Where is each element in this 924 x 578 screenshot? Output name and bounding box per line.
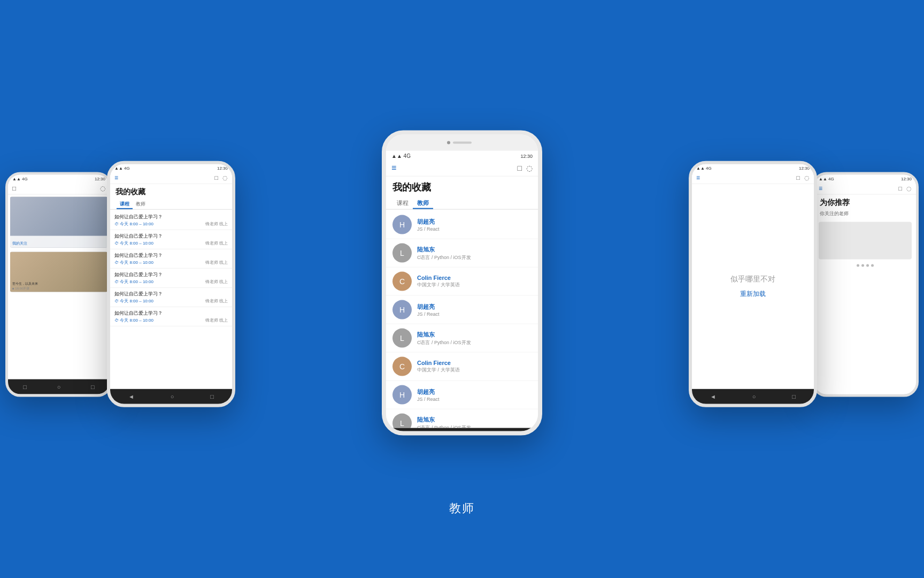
front-camera [447,141,450,144]
tab-bar-left: 课程 教师 [110,199,232,210]
teacher-subject: C语言 / Python / iOS开发 [417,339,532,346]
teacher-avatar: H [392,385,412,405]
header-far-right: ≡ □ ◌ [814,182,916,195]
recents-icon-right[interactable]: □ [792,393,796,400]
teacher-name: 陆旭东 [417,330,532,338]
course-item[interactable]: 如何让自己爱上学习？ ⏱ 今天 8:00 – 10:00 锋老师 线上 [110,269,232,288]
my-follow-label: 我的关注 [10,236,107,248]
back-icon-right[interactable]: ◄ [710,393,716,400]
teacher-name: Colin Fierce [417,275,532,281]
thumb-image-2: 世今生，以及未来 ■ 16:00开课 [10,252,107,292]
signal-icons-far-right: ▲▲ 4G [819,177,834,181]
nav-bar-far-left: □ ○ □ [8,379,110,394]
status-bar-far-left: ▲▲ 4G 12:30 [8,175,110,182]
recents-icon-left[interactable]: □ [210,393,214,400]
recents-icon-far-left[interactable]: □ [91,384,95,390]
teacher-name: 陆旭东 [417,245,532,253]
tab-teachers-left[interactable]: 教师 [133,199,149,209]
search-icon-far-right[interactable]: ◌ [906,185,912,192]
nav-bar-left: ◄ ○ □ [110,389,232,404]
tab-teachers-center[interactable]: 教师 [413,196,433,209]
teacher-list: H 胡超亮 JS / React L 陆旭东 C语言 / Python / iO… [386,211,538,428]
phone-center: ▲▲ 4G 12:30 ≡ □ ◌ 我的收藏 课程 教师 H 胡超亮 JS / … [382,131,542,436]
nav-bar-right: ◄ ○ □ [692,389,814,404]
tab-courses-left[interactable]: 课程 [117,199,133,209]
hamburger-icon-left[interactable]: ≡ [114,174,118,181]
teacher-subject: C语言 / Python / iOS开发 [417,424,532,428]
search-icon-right[interactable]: ◌ [804,174,810,181]
course-item[interactable]: 如何让自己爱上学习？ ⏱ 今天 8:00 – 10:00 锋老师 线上 [110,230,232,249]
search-icon-left[interactable]: ◌ [222,174,228,181]
course-item[interactable]: 如何让自己爱上学习？ ⏱ 今天 8:00 – 10:00 锋老师 线上 [110,307,232,326]
teacher-subject: JS / React [417,311,532,317]
search-icon-far-left[interactable]: ◌ [100,185,105,192]
message-icon-right[interactable]: □ [796,174,800,181]
message-icon-far-right[interactable]: □ [898,185,902,192]
recents-icon-center[interactable]: □ [511,434,515,436]
header-left: ≡ □ ◌ [110,172,232,184]
hamburger-icon-right[interactable]: ≡ [696,174,700,181]
time-left: 12:30 [217,166,228,171]
teacher-info: 陆旭东 C语言 / Python / iOS开发 [417,245,532,261]
home-icon-right[interactable]: ○ [752,393,756,400]
search-icon-center[interactable]: ◌ [526,164,533,172]
back-icon-far-left[interactable]: □ [23,384,27,390]
time-far-left: 12:30 [95,177,105,181]
home-icon-far-left[interactable]: ○ [57,384,61,390]
phone-far-right: ▲▲ 4G 12:30 ≡ □ ◌ 为你推荐 你关注的老师 [812,172,919,397]
teacher-list-item[interactable]: L 陆旭东 C语言 / Python / iOS开发 [386,409,538,428]
teacher-avatar: H [392,300,412,320]
course-item[interactable]: 如何让自己爱上学习？ ⏱ 今天 8:00 – 10:00 锋老师 线上 [110,288,232,307]
signal-icons-center: ▲▲ 4G [391,153,411,159]
teacher-subject: JS / React [417,397,532,402]
home-icon-left[interactable]: ○ [171,393,174,400]
phone-right: ▲▲ 4G 12:30 ≡ □ ◌ 似乎哪里不对 重新加载 ◄ ○ □ [689,161,817,407]
teacher-avatar: C [392,272,412,291]
pagination-dots [814,262,916,270]
course-item[interactable]: 如何让自己爱上学习？ ⏱ 今天 8:00 – 10:00 锋老师 线上 [110,249,232,269]
speaker-grille [453,142,472,144]
back-icon-left[interactable]: ◄ [128,393,134,400]
teacher-info: 胡超亮 JS / React [417,218,532,232]
message-icon-center[interactable]: □ [518,164,522,172]
teacher-list-item[interactable]: H 胡超亮 JS / React [386,296,538,324]
message-icon-far-left[interactable]: □ [12,185,16,192]
signal-icons-left: ▲▲ 4G [114,166,130,171]
main-scene: ▲▲ 4G 12:30 □ ◌ 我的关注 世今生，以及未来 ■ 16:00开课 [0,0,924,578]
teacher-name: 胡超亮 [417,303,532,311]
teacher-avatar: L [392,244,412,263]
status-bar-far-right: ▲▲ 4G 12:30 [814,175,916,182]
phone-far-left: ▲▲ 4G 12:30 □ ◌ 我的关注 世今生，以及未来 ■ 16:00开课 [5,172,112,397]
teacher-info: 胡超亮 JS / React [417,303,532,317]
teacher-list-item[interactable]: H 胡超亮 JS / React [386,211,538,239]
teacher-name: 胡超亮 [417,218,532,226]
teacher-avatar: C [392,357,412,376]
teacher-list-item[interactable]: H 胡超亮 JS / React [386,381,538,409]
teacher-list-item[interactable]: L 陆旭东 C语言 / Python / iOS开发 [386,239,538,268]
course-item[interactable]: 如何让自己爱上学习？ ⏱ 今天 8:00 – 10:00 锋老师 线上 [110,211,232,230]
teacher-list-item[interactable]: C Colin Fierce 中国文学 / 大学英语 [386,353,538,381]
teacher-avatar: L [392,414,412,428]
teacher-subject: 中国文学 / 大学英语 [417,367,532,374]
hamburger-icon-far-right[interactable]: ≡ [819,185,822,192]
header-right: ≡ □ ◌ [692,172,814,184]
hamburger-icon-center[interactable]: ≡ [391,163,396,173]
tab-courses-center[interactable]: 课程 [392,196,413,209]
page-title-left: 我的收藏 [110,184,232,199]
message-icon-left[interactable]: □ [214,174,218,181]
dot-2 [861,264,864,267]
teacher-info: Colin Fierce 中国文学 / 大学英语 [417,275,532,288]
status-bar-right: ▲▲ 4G 12:30 [692,164,814,172]
back-icon-center[interactable]: ◄ [409,434,416,436]
reload-link[interactable]: 重新加载 [740,290,766,299]
recommend-card [819,222,912,260]
thumb-text: 世今生，以及未来 ■ 16:00开课 [12,282,105,291]
dot-3 [866,264,869,267]
teacher-list-item[interactable]: L 陆旭东 C语言 / Python / iOS开发 [386,324,538,353]
home-icon-center[interactable]: ○ [461,434,465,436]
teacher-subject: 中国文学 / 大学英语 [417,282,532,288]
dot-1 [857,264,859,267]
time-far-right: 12:30 [901,177,912,181]
teacher-list-item[interactable]: C Colin Fierce 中国文学 / 大学英语 [386,268,538,296]
page-title-center: 我的收藏 [386,177,538,196]
